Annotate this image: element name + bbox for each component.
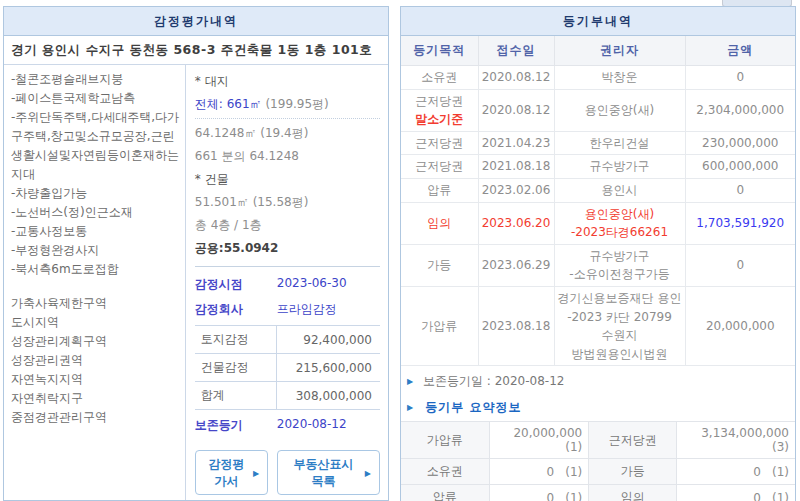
feature-item: -교통사정보통 (11, 222, 180, 241)
registry-cell-holder: 용인중앙(새)-2023타경66261 (554, 202, 685, 244)
registry-row: 압류2023.02.06용인시0 (401, 178, 795, 202)
building-appraisal-value: 215,600,000 (277, 354, 380, 382)
registry-cell-amount: 600,000,000 (685, 155, 795, 179)
registry-cell-purpose: 근저당권 (401, 131, 478, 155)
zoning-item: 가축사육제한구역 (11, 294, 180, 313)
total-appraisal-label: 합계 (195, 382, 277, 410)
holder-line: -소유이전청구가등 (557, 265, 683, 284)
land-total-area: 전체: 661㎡ (195, 97, 262, 111)
registry-cell-date: 2023.08.18 (478, 286, 554, 365)
purpose-text: 압류 (403, 181, 476, 200)
registry-row: 근저당권말소기준2020.08.12용인중앙(새)2,304,000,000 (401, 89, 795, 131)
zoning-item: 중점경관관리구역 (11, 408, 180, 427)
summary-value: 0(1) (489, 485, 589, 501)
summary-amount: 3,134,000,000 (701, 426, 789, 440)
total-appraisal-value: 308,000,000 (277, 382, 380, 410)
holder-line: -2023타경66261 (557, 223, 683, 242)
registry-cell-purpose: 가등 (401, 244, 478, 286)
preservation-label: 보존등기 (195, 417, 277, 434)
summary-count: (1) (761, 465, 789, 479)
registry-cell-holder: 박창운 (554, 66, 685, 90)
holder-line: 용인중앙(새) (557, 101, 683, 120)
summary-count: (1) (761, 491, 789, 501)
summary-label: 임의 (589, 485, 677, 501)
registry-cell-purpose: 임의 (401, 202, 478, 244)
land-share-pyeong: (19.4평) (260, 126, 308, 140)
land-total-pyeong: (199.95평) (265, 97, 328, 111)
registry-summary-title: ▶ 등기부 요약정보 (401, 396, 795, 421)
summary-amount: 0 (753, 491, 761, 501)
building-section-label: * 건물 (195, 168, 380, 191)
summary-count: (1) (554, 465, 582, 479)
registry-cell-amount: 0 (685, 244, 795, 286)
registry-cell-amount: 0 (685, 178, 795, 202)
arrow-right-icon: ▶ (365, 469, 371, 478)
property-features-list: -철콘조평슬래브지붕-페이스튼국제학교남측-주위단독주택,다세대주택,다가구주택… (11, 70, 180, 278)
registry-cell-date: 2021.08.18 (478, 155, 554, 179)
property-description-column: -철콘조평슬래브지붕-페이스튼국제학교남측-주위단독주택,다세대주택,다가구주택… (4, 65, 186, 500)
land-share-ratio: 661 분의 64.1248 (195, 145, 380, 168)
divider (195, 118, 380, 119)
zoning-item: 성장관리권역 (11, 351, 180, 370)
property-list-button-label: 부동산표시목록 (288, 456, 359, 490)
holder-line: 규수방가구 (557, 157, 683, 176)
registry-panel: 등기부내역 등기목적접수일권리자금액 소유권2020.08.12박창운0근저당권… (400, 6, 796, 501)
land-appraisal-label: 토지감정 (195, 326, 277, 354)
registry-cell-purpose: 근저당권 (401, 155, 478, 179)
feature-item: -부정형완경사지 (11, 241, 180, 260)
land-appraisal-value: 92,400,000 (277, 326, 380, 354)
building-area: 51.501㎡ (195, 195, 249, 209)
appraisal-date-row: 감정시점 2023-06-30 (195, 272, 380, 297)
registry-summary-title-text: 등기부 요약정보 (425, 400, 521, 414)
summary-count: (1) (554, 491, 582, 501)
appraisal-date-label: 감정시점 (195, 276, 277, 293)
holder-line: 방법원용인시법원 (557, 345, 683, 364)
purpose-text: 가등 (403, 256, 476, 275)
zoning-item: 자연녹지지역 (11, 370, 180, 389)
registry-cell-holder: 한우리건설 (554, 131, 685, 155)
registry-column-header: 등기목적 (401, 36, 478, 66)
summary-value: 0(1) (677, 459, 795, 485)
registry-cell-holder: 경기신용보증재단 용인-2023 카단 20799 수원지방법원용인시법원 (554, 286, 685, 365)
land-share-area: 64.1248㎡ (195, 126, 257, 140)
property-list-button[interactable]: 부동산표시목록 ▶ (277, 450, 380, 495)
table-row: 건물감정 215,600,000 (195, 354, 380, 382)
registry-summary-table: 가압류20,000,000(1)근저당권3,134,000,000(3)소유권0… (401, 421, 795, 501)
purpose-text: 소유권 (403, 68, 476, 87)
feature-item: -페이스튼국제학교남측 (11, 89, 180, 108)
feature-item: -주위단독주택,다세대주택,다가구주택,창고및소규모공장,근린생활시설및자연림등… (11, 108, 180, 184)
registry-cell-date: 2023.02.06 (478, 178, 554, 202)
purpose-text: 근저당권 (403, 157, 476, 176)
appraisal-company-value: 프라임감정 (277, 301, 337, 318)
summary-amount: 20,000,000 (513, 426, 582, 440)
appraisal-report-button-label: 감정평가서 (206, 456, 247, 490)
holder-line: 경기신용보증재단 용인 (557, 289, 683, 308)
appraisal-report-button[interactable]: 감정평가서 ▶ (195, 450, 268, 495)
registry-cell-purpose: 압류 (401, 178, 478, 202)
arrow-right-icon: ▶ (407, 377, 413, 386)
property-detail-column: * 대지 전체: 661㎡ (199.95평) 64.1248㎡ (19.4평)… (186, 65, 388, 500)
building-pyeong: (15.58평) (253, 195, 309, 209)
button-row: 감정평가서 ▶ 부동산표시목록 ▶ (195, 450, 380, 495)
registry-row: 가압류2023.08.18경기신용보증재단 용인-2023 카단 20799 수… (401, 286, 795, 365)
purpose-text: 근저당권 (403, 134, 476, 153)
registry-cell-holder: 용인시 (554, 178, 685, 202)
registry-row: 소유권2020.08.12박창운0 (401, 66, 795, 90)
registry-column-header: 접수일 (478, 36, 554, 66)
purpose-sub-text: 말소기준 (403, 110, 476, 129)
holder-line: 용인중앙(새) (557, 205, 683, 224)
summary-label: 가등 (589, 459, 677, 485)
summary-count: (3) (761, 440, 789, 454)
registry-cell-date: 2020.08.12 (478, 66, 554, 90)
registry-header-row: 등기목적접수일권리자금액 (401, 36, 795, 66)
registry-column-header: 권리자 (554, 36, 685, 66)
page: 감정평가내역 경기 용인시 수지구 동천동 568-3 주건축물 1동 1층 1… (0, 0, 800, 501)
building-floors: 총 4층 / 1층 (195, 214, 380, 237)
divider (195, 266, 380, 267)
registry-cell-date: 2023.06.29 (478, 244, 554, 286)
summary-label: 소유권 (401, 459, 489, 485)
appraisal-panel-title: 감정평가내역 (4, 7, 388, 36)
appraisal-body: -철콘조평슬래브지붕-페이스튼국제학교남측-주위단독주택,다세대주택,다가구주택… (4, 65, 388, 500)
holder-line: 한우리건설 (557, 134, 683, 153)
property-address: 경기 용인시 수지구 동천동 568-3 주건축물 1동 1층 101호 (4, 36, 388, 65)
